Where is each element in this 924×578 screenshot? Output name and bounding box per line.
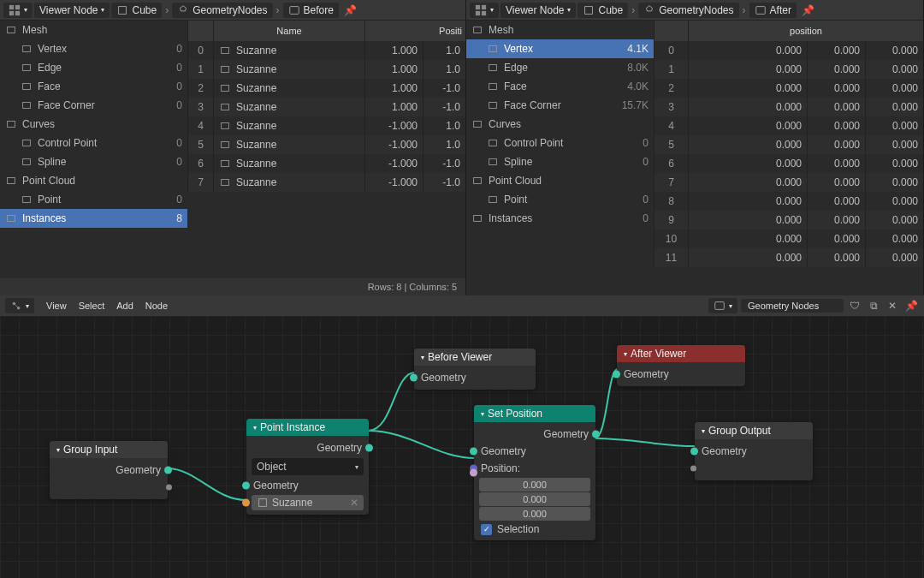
column-position: Positi	[364, 21, 465, 41]
svg-rect-19	[222, 86, 229, 92]
close-icon[interactable]: ✕	[885, 298, 900, 313]
table-row[interactable]: 30.0000.0000.000	[654, 98, 923, 116]
nodegroup-name-field[interactable]: Geometry Nodes	[741, 299, 844, 313]
duplicate-icon[interactable]: ⧉	[866, 298, 881, 313]
tree-item[interactable]: Edge8.0K	[466, 58, 654, 77]
menu-add[interactable]: Add	[116, 301, 133, 311]
socket-virtual-in[interactable]	[695, 460, 813, 477]
viewer-node-dropdown[interactable]: Viewer Node ▾	[500, 3, 576, 18]
breadcrumb-chevron-icon: ›	[741, 4, 748, 16]
table-row[interactable]: 110.0000.0000.000	[654, 248, 923, 267]
table-row[interactable]: 60.0000.0000.000	[654, 154, 923, 173]
table-row[interactable]: 80.0000.0000.000	[654, 192, 923, 211]
node-set-position[interactable]: ▾Set Position Geometry Geometry Position…	[474, 405, 595, 540]
table-row[interactable]: 3Suzanne1.000-1.0	[187, 98, 465, 116]
socket-geometry-in[interactable]: Geometry	[246, 477, 369, 494]
tree-item[interactable]: Instances8	[0, 209, 187, 228]
editor-type-icon[interactable]: ▾	[470, 3, 499, 18]
socket-selection-in[interactable]: ✓Selection	[474, 521, 595, 537]
svg-rect-28	[482, 10, 486, 15]
tree-item[interactable]: Mesh	[466, 21, 654, 39]
table-row[interactable]: 10.0000.0000.000	[654, 60, 923, 79]
column-name: Name	[213, 21, 364, 41]
table-row[interactable]: 5Suzanne-1.0001.0	[187, 135, 465, 154]
socket-geometry-in[interactable]: Geometry	[414, 369, 536, 386]
node-point-instance[interactable]: ▾Point Instance Geometry Object▾ Geometr…	[246, 419, 369, 515]
node-before-viewer[interactable]: ▾Before Viewer Geometry	[414, 349, 536, 390]
tree-item[interactable]: Curves	[0, 115, 187, 134]
nodegroup-browse-icon[interactable]: ▾	[708, 298, 737, 313]
socket-geometry-in[interactable]: Geometry	[695, 443, 813, 460]
tree-item[interactable]: Edge0	[0, 58, 187, 77]
menu-node[interactable]: Node	[145, 301, 168, 311]
menu-view[interactable]: View	[46, 301, 67, 311]
table-row[interactable]: 00.0000.0000.000	[654, 41, 923, 60]
position-x-field[interactable]: 0.000	[479, 478, 590, 492]
svg-rect-21	[222, 123, 229, 129]
tree-item[interactable]: Point Cloud	[466, 171, 654, 190]
table-row[interactable]: 90.0000.0000.000	[654, 211, 923, 229]
node-group-output[interactable]: ▾Group Output Geometry	[695, 422, 813, 480]
tree-item[interactable]: Point0	[466, 190, 654, 209]
tree-item[interactable]: Instances0	[466, 209, 654, 228]
position-z-field[interactable]: 0.000	[479, 507, 590, 521]
socket-geometry-in[interactable]: Geometry	[474, 443, 595, 460]
menu-select[interactable]: Select	[79, 301, 105, 311]
socket-geometry-out[interactable]: Geometry	[50, 462, 168, 479]
viewer-breadcrumb[interactable]: After	[749, 3, 797, 18]
svg-rect-33	[489, 65, 497, 71]
tree-item[interactable]: Vertex0	[0, 39, 187, 58]
breadcrumb-chevron-icon: ›	[630, 4, 637, 16]
table-row[interactable]: 6Suzanne-1.000-1.0	[187, 154, 465, 173]
nodegroup-breadcrumb[interactable]: GeometryNodes	[172, 3, 272, 18]
tree-item[interactable]: Face Corner15.7K	[466, 96, 654, 115]
table-row[interactable]: 20.0000.0000.000	[654, 79, 923, 98]
tree-item[interactable]: Face Corner0	[0, 96, 187, 115]
tree-item[interactable]: Point Cloud	[0, 171, 187, 190]
table-row[interactable]: 7Suzanne-1.000-1.0	[187, 173, 465, 192]
tree-item[interactable]: Curves	[466, 115, 654, 134]
svg-rect-20	[222, 104, 229, 110]
svg-rect-44	[715, 302, 725, 310]
object-breadcrumb[interactable]: Cube	[111, 3, 162, 18]
tree-item[interactable]: Face0	[0, 77, 187, 96]
table-row[interactable]: 100.0000.0000.000	[654, 229, 923, 248]
table-row[interactable]: 4Suzanne-1.0001.0	[187, 116, 465, 135]
pin-icon[interactable]: 📌	[903, 298, 919, 313]
shield-icon[interactable]: 🛡	[847, 298, 862, 313]
tree-item[interactable]: Spline0	[466, 152, 654, 171]
editor-type-icon[interactable]: ▾	[3, 3, 33, 18]
viewer-breadcrumb[interactable]: Before	[283, 3, 339, 18]
tree-item[interactable]: Control Point0	[0, 134, 187, 152]
viewer-node-dropdown[interactable]: Viewer Node ▾	[34, 3, 110, 18]
pin-icon[interactable]: 📌	[798, 4, 818, 16]
column-index	[654, 21, 688, 41]
tree-item[interactable]: Point0	[0, 190, 187, 209]
tree-item[interactable]: Control Point0	[466, 134, 654, 152]
node-after-viewer[interactable]: ▾After Viewer Geometry	[617, 345, 745, 386]
position-y-field[interactable]: 0.000	[479, 492, 590, 506]
nodegroup-breadcrumb[interactable]: GeometryNodes	[638, 3, 738, 18]
instance-type-dropdown[interactable]: Object▾	[252, 458, 364, 475]
node-canvas[interactable]: ▾Group Input Geometry ▾Point Instance Ge…	[0, 316, 924, 578]
table-row[interactable]: 2Suzanne1.000-1.0	[187, 79, 465, 98]
table-row[interactable]: 50.0000.0000.000	[654, 135, 923, 154]
table-row[interactable]: 70.0000.0000.000	[654, 173, 923, 192]
object-field[interactable]: Suzanne ✕	[252, 495, 364, 510]
tree-item[interactable]: Vertex4.1K	[466, 39, 654, 58]
socket-virtual-out[interactable]	[50, 479, 168, 496]
socket-geometry-out[interactable]: Geometry	[474, 426, 595, 443]
svg-rect-23	[222, 161, 229, 167]
socket-geometry-in[interactable]: Geometry	[617, 366, 745, 383]
table-row[interactable]: 0Suzanne1.0001.0	[187, 41, 465, 60]
editor-type-icon[interactable]: ▾	[5, 298, 34, 313]
tree-item[interactable]: Mesh	[0, 21, 187, 39]
tree-item[interactable]: Face4.0K	[466, 77, 654, 96]
object-breadcrumb[interactable]: Cube	[578, 3, 628, 18]
table-row[interactable]: 40.0000.0000.000	[654, 116, 923, 135]
pin-icon[interactable]: 📌	[341, 4, 360, 16]
socket-geometry-out[interactable]: Geometry	[246, 439, 369, 456]
node-group-input[interactable]: ▾Group Input Geometry	[50, 441, 168, 499]
table-row[interactable]: 1Suzanne1.0001.0	[187, 60, 465, 79]
tree-item[interactable]: Spline0	[0, 152, 187, 171]
